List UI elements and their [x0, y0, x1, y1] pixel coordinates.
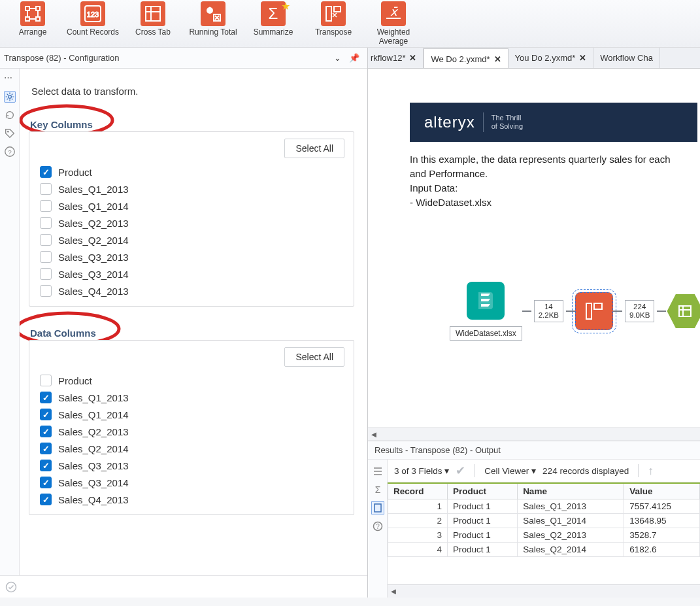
checkbox[interactable]	[40, 268, 52, 280]
checkbox[interactable]	[40, 392, 52, 403]
browse-tool-node[interactable]	[666, 292, 700, 330]
tab-you-do-2[interactable]: You Do 2.yxmd* ✕	[508, 48, 594, 68]
checkbox[interactable]	[40, 251, 52, 263]
list-item[interactable]: Sales_Q4_2013	[40, 282, 343, 299]
config-header: Transpose (82) - Configuration ⌄ 📌	[0, 48, 367, 69]
checkbox[interactable]	[40, 443, 52, 454]
list-item[interactable]: Sales_Q2_2014	[40, 231, 343, 248]
checkbox[interactable]	[40, 409, 52, 420]
list-item[interactable]: Sales_Q1_2013	[40, 389, 343, 406]
key-columns-list[interactable]: ProductSales_Q1_2013Sales_Q1_2014Sales_Q…	[29, 163, 354, 299]
alteryx-banner: alteryx The Thrillof Solving	[410, 103, 697, 142]
config-menu-icon[interactable]: ⋯	[4, 73, 16, 84]
col-value[interactable]: Value	[624, 483, 700, 499]
key-select-all-button[interactable]: Select All	[284, 139, 344, 158]
list-item[interactable]: Sales_Q3_2014	[40, 265, 343, 282]
tab-close-icon[interactable]: ✕	[409, 53, 416, 63]
tag-icon[interactable]	[4, 127, 16, 139]
results-help-icon[interactable]: ?	[371, 520, 384, 533]
tab-close-icon[interactable]: ✕	[579, 53, 586, 63]
tab-workflow12[interactable]: rkflow12* ✕	[368, 48, 424, 68]
list-item[interactable]: Product	[40, 372, 343, 389]
list-item[interactable]: Sales_Q2_2013	[40, 214, 343, 231]
svg-rect-31	[375, 504, 381, 512]
table-row[interactable]: 1Product 1Sales_Q1_20137557.4125	[388, 499, 700, 514]
export-up-icon[interactable]: ↑	[648, 464, 654, 478]
input-tool-node[interactable]	[467, 282, 505, 320]
cell-value: 6182.6	[624, 543, 700, 557]
list-item[interactable]: Sales_Q3_2013	[40, 248, 343, 265]
list-item[interactable]: Product	[40, 163, 343, 180]
tab-label: rkflow12*	[371, 53, 405, 63]
results-sigma-icon[interactable]: Σ	[371, 483, 384, 496]
scroll-left-icon[interactable]: ◄	[368, 429, 380, 439]
checkbox[interactable]	[40, 200, 52, 212]
collapse-chevron-icon[interactable]: ⌄	[330, 50, 345, 65]
list-item[interactable]: Sales_Q2_2014	[40, 440, 343, 457]
cell-product: Product 1	[447, 514, 517, 528]
checkbox[interactable]	[40, 234, 52, 246]
svg-rect-29	[679, 306, 691, 316]
cell-record: 3	[388, 528, 448, 543]
document-tabs[interactable]: rkflow12* ✕ We Do 2.yxmd* ✕ You Do 2.yxm…	[368, 48, 700, 69]
list-item-label: Sales_Q3_2013	[58, 460, 129, 471]
data-columns-title: Data Columns	[30, 328, 354, 339]
table-row[interactable]: 3Product 1Sales_Q2_20133528.7	[388, 528, 700, 543]
apply-check-icon[interactable]: ✔	[456, 463, 465, 478]
data-select-all-button[interactable]: Select All	[284, 347, 344, 367]
list-item[interactable]: Sales_Q2_2013	[40, 423, 343, 440]
ribbon-count-records[interactable]: 123 Count Records	[63, 1, 123, 46]
ribbon-running-total[interactable]: Running Total	[183, 1, 243, 46]
list-item[interactable]: Sales_Q1_2014	[40, 197, 343, 214]
checkbox[interactable]	[40, 477, 52, 488]
results-page-icon[interactable]	[371, 501, 384, 514]
tab-we-do-2[interactable]: We Do 2.yxmd* ✕	[424, 48, 508, 69]
col-name[interactable]: Name	[518, 483, 624, 499]
tab-workflow-cha[interactable]: Workflow Cha	[593, 48, 660, 68]
results-table[interactable]: Record Product Name Value 1Product 1Sale…	[388, 482, 700, 557]
checkbox[interactable]	[40, 183, 52, 195]
ribbon-arrange[interactable]: Arrange	[3, 1, 63, 46]
scroll-left-icon[interactable]: ◄	[388, 586, 399, 596]
key-columns-box: Select All ProductSales_Q1_2013Sales_Q1_…	[29, 131, 354, 307]
table-row[interactable]: 4Product 1Sales_Q2_20146182.6	[388, 543, 700, 557]
col-product[interactable]: Product	[447, 483, 517, 499]
checkbox[interactable]	[40, 494, 52, 505]
pin-icon[interactable]: 📌	[345, 50, 363, 65]
ribbon-transpose[interactable]: Transpose	[303, 1, 363, 46]
cell-name: Sales_Q1_2013	[518, 499, 624, 514]
data-columns-list[interactable]: ProductSales_Q1_2013Sales_Q1_2014Sales_Q…	[29, 372, 354, 508]
status-ok-icon	[5, 581, 17, 593]
transpose-tool-node[interactable]	[575, 292, 613, 330]
list-item[interactable]: Sales_Q1_2013	[40, 180, 343, 197]
ribbon-weighted-average[interactable]: x̄ Weighted Average	[363, 1, 424, 46]
checkbox[interactable]	[40, 426, 52, 437]
checkbox[interactable]	[40, 460, 52, 471]
workflow-canvas[interactable]: alteryx The Thrillof Solving In this exa…	[368, 69, 700, 428]
ribbon-label: Cross Tab	[124, 27, 182, 37]
gear-icon[interactable]	[4, 91, 16, 103]
checkbox[interactable]	[40, 217, 52, 229]
list-item[interactable]: Sales_Q3_2014	[40, 474, 343, 491]
col-record[interactable]: Record	[388, 483, 448, 499]
list-item[interactable]: Sales_Q4_2013	[40, 491, 343, 508]
list-item[interactable]: Sales_Q3_2013	[40, 457, 343, 474]
help-icon[interactable]: ?	[4, 146, 16, 158]
cell-viewer-dropdown[interactable]: Cell Viewer ▾	[484, 465, 536, 476]
refresh-icon[interactable]	[4, 109, 16, 121]
results-rows-icon[interactable]	[371, 465, 384, 478]
fields-dropdown[interactable]: 3 of 3 Fields ▾	[394, 465, 449, 476]
tab-close-icon[interactable]: ✕	[494, 54, 501, 64]
ribbon-cross-tab[interactable]: Cross Tab	[123, 1, 183, 46]
ribbon-label: Summarize	[244, 27, 302, 37]
table-row[interactable]: 2Product 1Sales_Q1_201413648.95	[388, 514, 700, 528]
checkbox[interactable]	[40, 375, 52, 386]
canvas-h-scrollbar[interactable]: ◄	[368, 428, 700, 441]
checkbox[interactable]	[40, 285, 52, 297]
list-item[interactable]: Sales_Q1_2014	[40, 406, 343, 423]
checkbox[interactable]	[40, 166, 52, 178]
alteryx-tagline: The Thrillof Solving	[492, 114, 523, 131]
results-h-scrollbar[interactable]: ◄	[388, 584, 700, 598]
cell-product: Product 1	[447, 543, 517, 557]
ribbon-summarize[interactable]: ★ Σ Summarize	[243, 1, 303, 46]
